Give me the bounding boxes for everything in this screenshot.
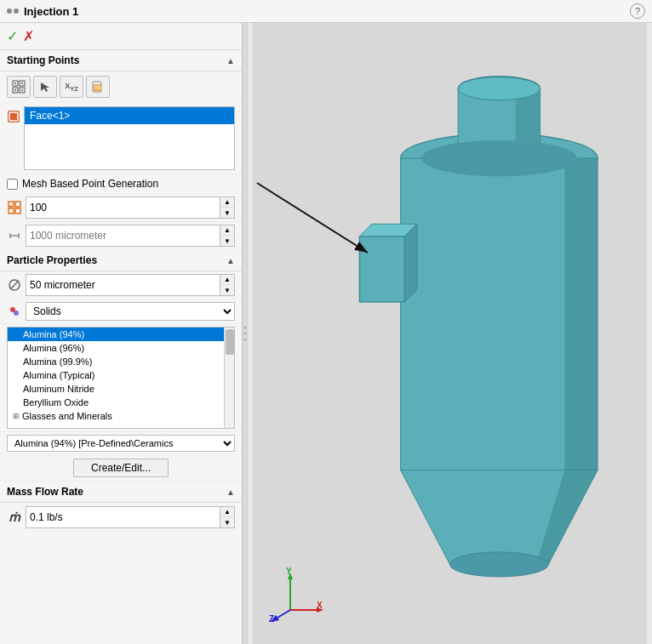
material-scrollbar[interactable] (224, 328, 234, 428)
svg-point-4 (14, 83, 16, 84)
mass-flow-label: Mass Flow Rate (7, 486, 83, 498)
svg-marker-8 (41, 83, 49, 92)
mass-flow-section: Mass Flow Rate ▲ ṁ ▲ ▼ (0, 482, 242, 539)
material-group-label: Glasses and Minerals (22, 411, 112, 421)
mass-flow-down[interactable]: ▼ (220, 517, 234, 527)
svg-rect-16 (9, 208, 14, 214)
face-item-label: Face<1> (30, 110, 70, 122)
viewport: Y X Z (248, 23, 652, 644)
spacing-input[interactable] (26, 225, 220, 246)
material-item-5[interactable]: Beryllium Oxide (8, 396, 224, 409)
point-count-spinner: ▲ ▼ (220, 197, 234, 218)
select-point-button[interactable] (33, 76, 57, 98)
material-item-2[interactable]: Alumina (99.9%) (8, 355, 224, 368)
material-path-select-wrap: Alumina (94%) [Pre-Defined\Ceramics (7, 435, 235, 452)
svg-line-23 (10, 281, 19, 289)
material-path-select[interactable]: Alumina (94%) [Pre-Defined\Ceramics (8, 436, 234, 451)
starting-points-header: Starting Points ▲ (0, 50, 242, 71)
mass-flow-input-wrap: ▲ ▼ (26, 506, 235, 528)
material-item-4[interactable]: Aluminum Nitride (8, 382, 224, 396)
svg-point-28 (244, 339, 247, 341)
title-dot-1 (7, 9, 12, 14)
right-panel: Y X Z (248, 23, 652, 644)
page-title: Injection 1 (24, 5, 625, 18)
mass-flow-icon: ṁ (7, 510, 22, 524)
cancel-button[interactable]: ✗ (23, 28, 34, 44)
mass-flow-spinner: ▲ ▼ (220, 507, 234, 527)
create-edit-row: Create/Edit... (0, 455, 242, 482)
svg-rect-32 (565, 158, 598, 470)
mesh-checkbox[interactable] (7, 179, 18, 190)
material-item-3[interactable]: Alumina (Typical) (8, 368, 224, 382)
material-dropdown-row: Alumina (94%) [Pre-Defined\Ceramics (0, 432, 242, 455)
starting-points-label: Starting Points (7, 54, 79, 66)
svg-text:X: X (317, 601, 323, 610)
spacing-icon (7, 228, 22, 243)
svg-point-39 (458, 77, 540, 100)
help-button[interactable]: ? (630, 3, 645, 19)
mass-flow-input-row: ṁ ▲ ▼ (0, 503, 242, 532)
title-dot-2 (14, 9, 19, 14)
mass-flow-input[interactable] (26, 507, 220, 527)
svg-point-5 (21, 83, 23, 84)
point-count-row: # 100 ▲ ▼ (0, 194, 242, 222)
point-count-up[interactable]: ▲ (220, 197, 234, 208)
mesh-checkbox-label: Mesh Based Point Generation (22, 178, 158, 190)
point-spacing-row: ▲ ▼ (0, 222, 242, 250)
point-count-input[interactable]: 100 (26, 197, 220, 218)
point-count-icon: # (7, 200, 22, 215)
axes-svg: Y X Z (269, 567, 324, 623)
svg-rect-15 (15, 202, 20, 207)
import-button[interactable]: IMG (86, 76, 110, 98)
confirm-button[interactable]: ✓ (7, 28, 18, 44)
diameter-down[interactable]: ▼ (220, 285, 234, 295)
model-svg (248, 23, 652, 644)
action-bar: ✓ ✗ (0, 23, 242, 50)
mass-flow-header: Mass Flow Rate ▲ (0, 482, 242, 503)
mass-flow-up[interactable]: ▲ (220, 507, 234, 517)
face-list[interactable]: Face<1> (24, 106, 235, 170)
svg-marker-42 (404, 224, 416, 302)
diameter-row: ▲ ▼ (0, 271, 242, 299)
diameter-input[interactable] (26, 275, 220, 295)
diameter-icon (7, 278, 22, 292)
diameter-spinner: ▲ ▼ (220, 275, 234, 295)
svg-rect-17 (15, 208, 20, 214)
mesh-checkbox-row: Mesh Based Point Generation (0, 174, 242, 194)
diameter-up[interactable]: ▲ (220, 275, 234, 285)
point-count-input-wrap: 100 ▲ ▼ (26, 197, 235, 219)
spacing-down[interactable]: ▼ (220, 236, 234, 246)
phase-select-wrap: Solids Gas Liquid (26, 302, 235, 321)
particle-properties-label: Particle Properties (7, 254, 97, 266)
starting-points-collapse[interactable]: ▲ (226, 56, 235, 66)
material-item-6[interactable]: ⊞ Glasses and Minerals (8, 409, 224, 423)
material-list[interactable]: Alumina (94%) Alumina (96%) Alumina (99.… (7, 327, 235, 429)
spacing-spinner: ▲ ▼ (220, 225, 234, 246)
phase-select[interactable]: Solids Gas Liquid (26, 303, 234, 320)
phase-row: Solids Gas Liquid (0, 299, 242, 324)
svg-text:Y: Y (286, 567, 292, 576)
svg-point-7 (21, 89, 23, 91)
material-list-container: Alumina (94%) Alumina (96%) Alumina (99.… (0, 324, 242, 432)
point-count-down[interactable]: ▼ (220, 208, 234, 218)
svg-rect-40 (359, 237, 404, 302)
create-edit-button[interactable]: Create/Edit... (73, 459, 169, 477)
spacing-up[interactable]: ▲ (220, 225, 234, 236)
material-item-1[interactable]: Alumina (96%) (8, 341, 224, 355)
face-list-item[interactable]: Face<1> (25, 107, 234, 124)
face-type-icon (7, 110, 20, 123)
axes-widget: Y X Z (269, 567, 320, 618)
scroll-thumb (226, 329, 234, 355)
particle-properties-collapse[interactable]: ▲ (226, 256, 235, 265)
title-bar: Injection 1 ? (0, 0, 652, 23)
xyz-button[interactable]: XYZ (60, 76, 83, 98)
phase-icon (7, 305, 22, 317)
diameter-input-wrap: ▲ ▼ (26, 274, 235, 296)
svg-point-26 (244, 327, 247, 329)
add-point-button[interactable] (7, 76, 31, 98)
spacing-input-wrap: ▲ ▼ (26, 225, 235, 247)
starting-points-toolbar: XYZ IMG (0, 71, 242, 103)
mass-flow-collapse[interactable]: ▲ (226, 487, 235, 497)
material-item-0[interactable]: Alumina (94%) (8, 328, 224, 341)
title-dots (7, 9, 19, 14)
